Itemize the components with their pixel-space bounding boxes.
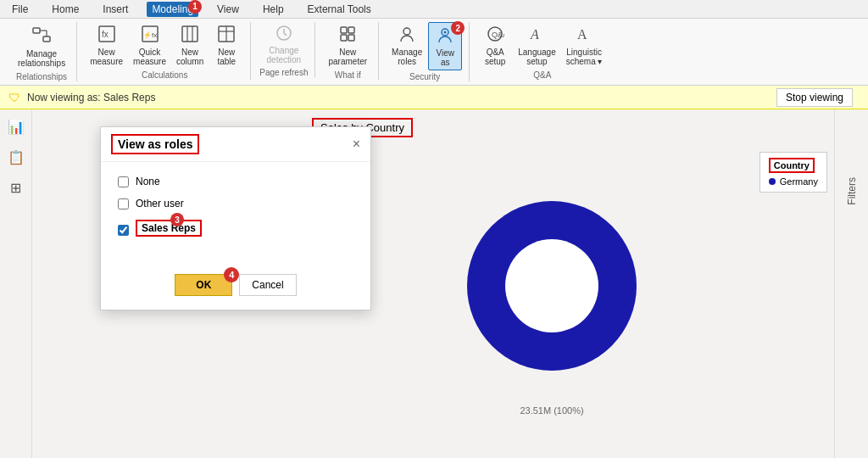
sales-reps-label: Sales Reps: [136, 220, 202, 237]
security-group-label: Security: [409, 72, 440, 81]
other-user-label: Other user: [136, 198, 184, 209]
menu-file[interactable]: File: [7, 2, 33, 17]
ribbon-group-security: Manageroles Viewas 2 Security: [381, 22, 470, 81]
new-measure-label: Newmeasure: [90, 47, 123, 66]
manage-relationships-btn[interactable]: Managerelationships: [14, 22, 70, 70]
language-label: Languagesetup: [518, 47, 556, 66]
legend-item: Germany: [769, 176, 818, 187]
qa-group-label: Q&A: [533, 70, 551, 80]
qa-label: Q&Asetup: [485, 47, 505, 66]
new-measure-icon: fx: [97, 25, 116, 46]
change-detection-btn: Changedetection: [264, 22, 305, 66]
new-table-label: Newtable: [217, 47, 236, 66]
new-column-icon: [181, 25, 199, 46]
quick-measure-label: Quickmeasure: [133, 47, 166, 66]
view-as-roles-dialog: View as roles × None Other user Sales Re…: [100, 126, 371, 310]
manage-relationships-label: Managerelationships: [18, 49, 65, 68]
filters-panel-label[interactable]: Filters: [846, 177, 858, 205]
menu-external-tools[interactable]: External Tools: [303, 2, 376, 17]
donut-svg: [450, 184, 654, 388]
page-refresh-group-label: Page refresh: [259, 68, 308, 77]
menu-help[interactable]: Help: [258, 2, 289, 17]
menu-insert[interactable]: Insert: [97, 2, 133, 17]
other-user-option-row: Other user: [118, 198, 353, 209]
manage-roles-label: Manageroles: [392, 47, 422, 66]
linguistic-schema-btn[interactable]: A Linguisticschema ▾: [562, 22, 607, 69]
svg-text:⚡fx: ⚡fx: [143, 31, 157, 39]
none-option-row: None: [118, 176, 353, 187]
calculations-group-label: Calculations: [142, 70, 187, 80]
svg-text:A: A: [530, 27, 539, 42]
dialog-body: None Other user Sales Reps 3: [101, 162, 370, 264]
sales-reps-option-row: Sales Reps 3: [118, 220, 353, 240]
svg-rect-16: [348, 27, 354, 33]
shield-icon: 🛡: [8, 91, 20, 104]
language-icon: A: [527, 25, 546, 46]
svg-rect-17: [341, 35, 347, 41]
manage-roles-icon: [398, 25, 416, 46]
stop-viewing-button[interactable]: Stop viewing: [776, 88, 853, 107]
svg-rect-15: [341, 27, 347, 33]
svg-point-27: [505, 239, 598, 332]
svg-point-21: [444, 31, 447, 34]
donut-chart: 23.51M (100%): [312, 146, 792, 427]
view-as-btn[interactable]: Viewas 2: [428, 22, 462, 70]
qa-setup-btn[interactable]: Q&A Q&Asetup: [478, 22, 512, 69]
quick-measure-btn[interactable]: ⚡fx Quickmeasure: [129, 22, 170, 69]
view-as-label: Viewas: [436, 48, 454, 67]
ribbon-group-what-if: Newparameter What if: [317, 22, 379, 80]
legend-title: Country: [769, 158, 815, 173]
sidebar-icon-chart[interactable]: 📊: [3, 113, 30, 140]
language-setup-btn[interactable]: A Languagesetup: [514, 22, 560, 69]
none-checkbox[interactable]: [118, 176, 129, 187]
step-badge-1: 1: [188, 0, 202, 14]
manage-roles-btn[interactable]: Manageroles: [387, 22, 426, 70]
cancel-button[interactable]: Cancel: [239, 274, 296, 296]
ribbon-group-relationships: Managerelationships Relationships: [7, 22, 77, 81]
quick-measure-icon: ⚡fx: [141, 25, 159, 46]
dialog-close-button[interactable]: ×: [353, 137, 360, 152]
legend-box: Country Germany: [760, 152, 827, 193]
svg-rect-18: [348, 35, 354, 41]
sidebar-icon-model[interactable]: ⊞: [3, 174, 30, 201]
sales-reps-checkbox[interactable]: [118, 225, 129, 236]
right-sidebar: Filters: [834, 109, 868, 458]
change-detection-icon: [275, 24, 293, 44]
sidebar-icon-data[interactable]: 📋: [3, 143, 30, 170]
menu-bar: File Home Insert Modeling 1 View Help Ex…: [0, 0, 868, 19]
svg-text:fx: fx: [102, 30, 108, 39]
ribbon-group-qa: Q&A Q&Asetup A Languagesetup A: [471, 22, 613, 80]
svg-text:Q&A: Q&A: [492, 31, 504, 39]
menu-view[interactable]: View: [212, 2, 244, 17]
what-if-group-label: What if: [335, 70, 361, 80]
legend-dot: [769, 178, 776, 185]
menu-modeling[interactable]: Modeling 1: [147, 2, 198, 17]
svg-text:A: A: [577, 27, 587, 42]
legend-item-label: Germany: [780, 176, 818, 187]
notification-text: Now viewing as: Sales Reps: [27, 92, 770, 103]
svg-rect-8: [182, 26, 198, 42]
notification-bar: 🛡 Now viewing as: Sales Reps Stop viewin…: [0, 86, 868, 109]
qa-icon: Q&A: [486, 25, 504, 46]
linguistic-icon: A: [575, 25, 593, 46]
relationships-group-label: Relationships: [16, 72, 67, 81]
ribbon: Managerelationships Relationships fx New…: [0, 19, 868, 86]
ribbon-group-calculations: fx Newmeasure ⚡fx Quickmeasure: [79, 22, 251, 80]
other-user-checkbox[interactable]: [118, 198, 129, 209]
content-area: View as roles × None Other user Sales Re…: [32, 109, 834, 458]
new-parameter-btn[interactable]: Newparameter: [324, 22, 371, 69]
new-column-label: Newcolumn: [176, 47, 203, 66]
new-table-btn[interactable]: Newtable: [209, 22, 243, 69]
menu-home[interactable]: Home: [47, 2, 84, 17]
dialog-footer: OK 4 Cancel: [101, 264, 370, 310]
svg-rect-1: [43, 36, 50, 42]
change-detection-label: Changedetection: [267, 46, 302, 64]
dialog-title: View as roles: [111, 134, 199, 154]
dialog-titlebar: View as roles ×: [101, 127, 370, 162]
new-parameter-icon: [338, 25, 357, 46]
ribbon-group-page-refresh: Changedetection Page refresh: [253, 22, 315, 77]
new-column-btn[interactable]: Newcolumn: [172, 22, 208, 69]
new-measure-btn[interactable]: fx Newmeasure: [86, 22, 127, 69]
chart-area: Sales by Country 23.51M (100%): [303, 109, 800, 458]
svg-point-19: [403, 28, 410, 35]
